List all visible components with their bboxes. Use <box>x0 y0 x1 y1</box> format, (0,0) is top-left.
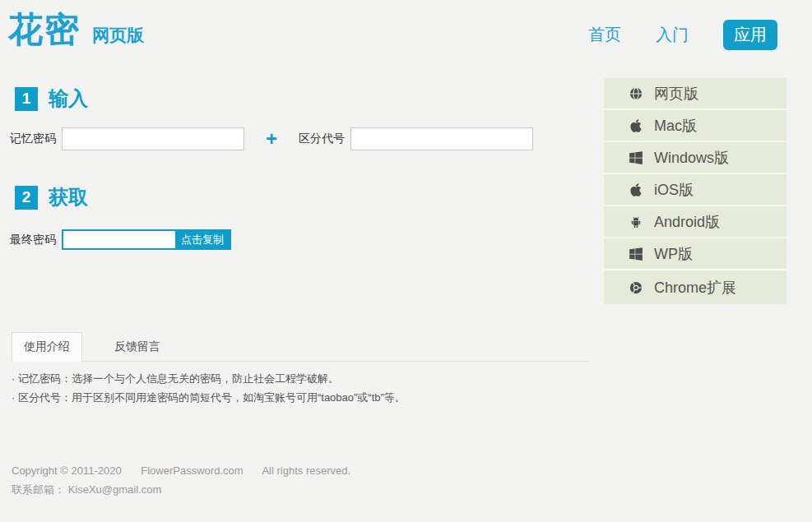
tab-feedback[interactable]: 反馈留言 <box>103 333 172 361</box>
sidebar-item-label: Android版 <box>654 212 720 232</box>
usage-notes: · 记忆密码：选择一个与个人信息无关的密码，防止社会工程学破解。 · 区分代号：… <box>12 369 406 407</box>
step2-header: 2 获取 <box>15 184 88 210</box>
sidebar-item-label: 网页版 <box>654 84 698 104</box>
step2-title: 获取 <box>49 184 88 210</box>
copyright-line: Copyright © 2011-2020 FlowerPassword.com… <box>12 461 350 480</box>
sidebar-item-label: iOS版 <box>654 180 694 200</box>
windows-icon <box>629 247 643 261</box>
memory-password-input[interactable] <box>62 127 244 150</box>
platform-sidebar: 网页版 Mac版 Windows版 iOS版 <box>604 78 786 304</box>
step1-number-badge: 1 <box>15 87 38 111</box>
note-memory-password: · 记忆密码：选择一个与个人信息无关的密码，防止社会工程学破解。 <box>12 369 406 388</box>
android-icon <box>629 215 643 229</box>
logo-subtitle: 网页版 <box>92 24 144 47</box>
chrome-icon <box>629 280 643 295</box>
sidebar-item-label: Chrome扩展 <box>654 278 736 298</box>
final-password-box: 点击复制 <box>62 229 231 250</box>
final-password-input[interactable] <box>63 231 175 248</box>
result-row: 最终密码 点击复制 <box>10 229 231 250</box>
distinguish-code-label: 区分代号 <box>299 132 345 146</box>
flower-password-page: 花密 网页版 首页 入门 应用 1 输入 记忆密码 + 区分代号 2 获取 最终… <box>0 0 812 522</box>
sidebar-item-windows[interactable]: Windows版 <box>604 142 786 174</box>
nav-getting-started[interactable]: 入门 <box>656 24 689 46</box>
contact-email: KiseXu@gmail.com <box>68 483 162 496</box>
nav-home[interactable]: 首页 <box>588 24 621 46</box>
sidebar-item-label: WP版 <box>654 244 693 264</box>
top-nav: 首页 入门 应用 <box>588 20 777 50</box>
rights-text: All rights reserved. <box>262 464 350 477</box>
logo-text: 花密 <box>8 7 81 53</box>
step1-header: 1 输入 <box>15 85 88 112</box>
site-name-text: FlowerPassword.com <box>141 464 243 477</box>
step2-number-badge: 2 <box>15 186 38 210</box>
memory-password-label: 记忆密码 <box>10 132 56 146</box>
windows-icon <box>629 150 643 165</box>
contact-line: 联系邮箱： KiseXu@gmail.com <box>12 480 350 499</box>
sidebar-item-web[interactable]: 网页版 <box>604 78 786 110</box>
distinguish-code-input[interactable] <box>350 127 533 150</box>
apple-icon <box>629 182 643 197</box>
input-row: 记忆密码 + 区分代号 <box>10 127 533 150</box>
sidebar-item-label: Windows版 <box>654 148 729 168</box>
tab-usage-intro[interactable]: 使用介绍 <box>12 332 82 362</box>
copy-button[interactable]: 点击复制 <box>175 231 230 248</box>
sidebar-item-android[interactable]: Android版 <box>604 206 786 238</box>
sidebar-item-wp[interactable]: WP版 <box>604 238 786 270</box>
copyright-text: Copyright © 2011-2020 <box>12 464 122 477</box>
sidebar-item-label: Mac版 <box>654 116 697 136</box>
contact-label: 联系邮箱： <box>12 483 65 496</box>
note-distinguish-code: · 区分代号：用于区别不同用途密码的简短代号，如淘宝账号可用“taobao”或“… <box>12 388 406 407</box>
final-password-label: 最终密码 <box>10 233 56 247</box>
page-footer: Copyright © 2011-2020 FlowerPassword.com… <box>12 461 350 499</box>
nav-app[interactable]: 应用 <box>723 20 777 50</box>
sidebar-item-chrome[interactable]: Chrome扩展 <box>604 270 786 304</box>
sidebar-item-mac[interactable]: Mac版 <box>604 110 786 142</box>
apple-icon <box>629 118 643 133</box>
step1-title: 输入 <box>49 85 88 112</box>
sidebar-item-ios[interactable]: iOS版 <box>604 174 786 206</box>
globe-icon <box>629 86 643 101</box>
info-tabs: 使用介绍 反馈留言 <box>12 332 588 362</box>
site-logo[interactable]: 花密 网页版 <box>8 7 144 53</box>
plus-sign: + <box>266 129 277 149</box>
